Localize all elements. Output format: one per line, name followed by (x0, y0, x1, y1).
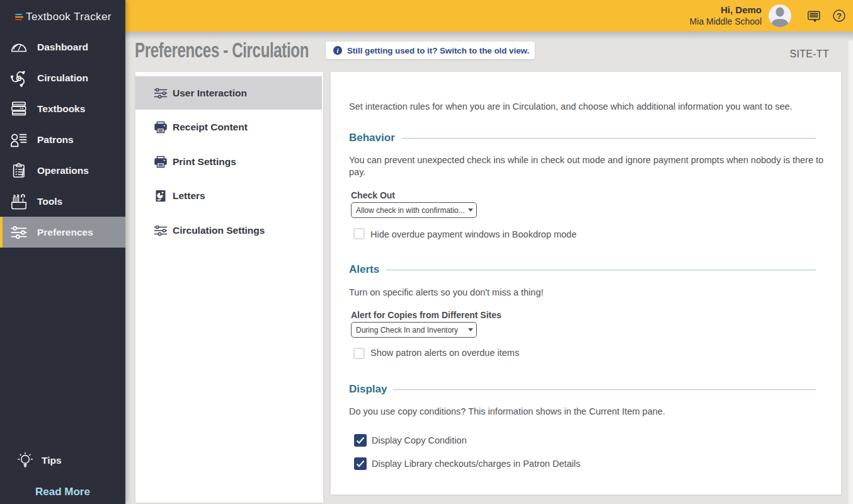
svg-text:?: ? (837, 11, 842, 21)
